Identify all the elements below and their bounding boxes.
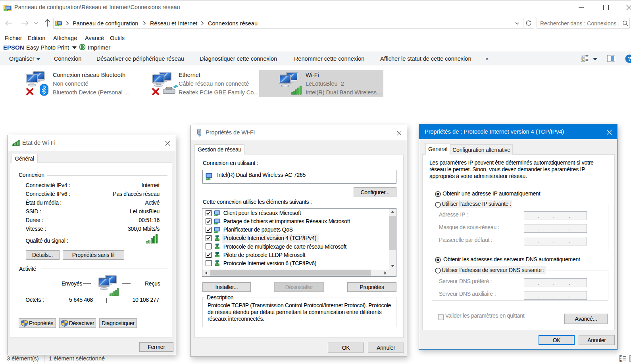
svg-text:?: ? [627, 55, 631, 62]
